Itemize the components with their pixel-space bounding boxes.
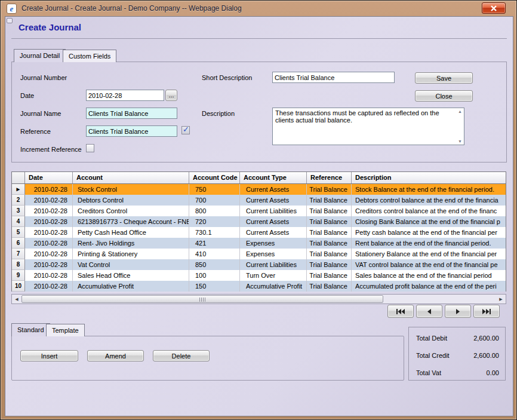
cell-account-type: Expenses (240, 249, 307, 259)
first-record-icon (396, 309, 405, 314)
header-account[interactable]: Account (73, 172, 189, 183)
increment-reference-checkbox[interactable] (86, 144, 94, 152)
scroll-right-icon[interactable]: ▶ (497, 296, 504, 302)
cell-account-type: Current Liabilities (240, 206, 307, 216)
description-textarea[interactable]: These transactions must be captured as r… (272, 108, 464, 145)
short-description-label: Short Description (202, 74, 252, 81)
reference-input[interactable] (86, 125, 177, 137)
tab-journal-detail[interactable]: Journal Detail (14, 49, 66, 62)
tab-standard[interactable]: Standard (11, 323, 50, 336)
cell-account-code: 750 (189, 184, 240, 195)
cell-date: 2010-02-28 (25, 259, 73, 270)
pager-first-button[interactable] (387, 305, 414, 318)
tab-template[interactable]: Template (46, 324, 85, 336)
previous-record-icon (427, 309, 432, 314)
close-window-button[interactable] (482, 2, 506, 14)
table-row[interactable]: ► 2010-02-28 Stock Control 750 Current A… (12, 184, 506, 195)
cell-reference: Trial Balance (307, 249, 352, 259)
cell-account: Printing & Stationery (73, 249, 189, 259)
date-label: Date (20, 92, 34, 99)
cell-date: 2010-02-28 (25, 238, 73, 249)
cell-account-code: 730.1 (189, 227, 240, 238)
cell-account: Petty Cash Head Office (73, 227, 189, 238)
scrollbar-thumb[interactable] (21, 295, 383, 303)
last-record-icon (482, 309, 491, 314)
save-button[interactable]: Save (415, 72, 473, 84)
total-debit-label: Total Debit (416, 335, 447, 342)
row-number: 9 (12, 270, 25, 281)
pager-last-button[interactable] (473, 305, 500, 318)
cell-description: Stationery Balance at the end of the fin… (352, 249, 502, 259)
row-number: 10 (12, 281, 25, 292)
cell-reference: Trial Balance (307, 206, 352, 216)
date-input[interactable] (86, 90, 164, 101)
reference-label: Reference (20, 128, 51, 135)
journal-name-input[interactable] (86, 108, 177, 119)
cell-account: Accumulative Profit (73, 281, 189, 292)
header-description[interactable]: Description (352, 172, 502, 183)
tab-custom-fields[interactable]: Custom Fields (63, 50, 116, 62)
table-horizontal-scrollbar[interactable]: ◀ ▶ (11, 294, 506, 304)
journal-number-label: Journal Number (20, 74, 67, 81)
short-description-input[interactable] (272, 72, 395, 83)
insert-button[interactable]: Insert (20, 350, 78, 361)
pager-next-button[interactable] (445, 305, 471, 318)
cell-account: Creditors Control (73, 206, 189, 216)
cell-date: 2010-02-28 (25, 270, 73, 281)
table-row[interactable]: 4 2010-02-28 62138916773 - Cheque Accoun… (12, 216, 506, 227)
cell-date: 2010-02-28 (25, 281, 73, 292)
cell-date: 2010-02-28 (25, 227, 73, 238)
cell-account-type: Expenses (240, 238, 307, 249)
next-record-icon (456, 309, 460, 314)
cell-description: Debtors control balance at the end of th… (352, 195, 502, 206)
table-row[interactable]: 6 2010-02-28 Rent- Jivo Holdings 421 Exp… (12, 238, 506, 249)
table-row[interactable]: 2 2010-02-28 Debtors Control 700 Current… (12, 195, 506, 206)
close-button[interactable]: Close (415, 90, 473, 102)
journal-lines-table: Date Account Account Code Account Type R… (11, 171, 506, 292)
cell-date: 2010-02-28 (25, 216, 73, 227)
scroll-left-icon[interactable]: ◀ (13, 296, 20, 302)
textarea-scrollbar[interactable]: ▲ ▼ (456, 109, 464, 143)
cell-account-code: 421 (189, 238, 240, 249)
header-account-type[interactable]: Account Type (240, 172, 307, 183)
cell-account-type: Accumulative Profit (240, 281, 307, 292)
close-icon (490, 5, 497, 11)
table-row[interactable]: 9 2010-02-28 Sales Head Office 100 Turn … (12, 270, 506, 281)
cell-description: Creditors control balance at the end of … (352, 206, 502, 216)
table-row[interactable]: 3 2010-02-28 Creditors Control 800 Curre… (12, 206, 506, 216)
pager-previous-button[interactable] (416, 305, 442, 318)
table-body: ► 2010-02-28 Stock Control 750 Current A… (12, 184, 506, 292)
table-row[interactable]: 10 2010-02-28 Accumulative Profit 150 Ac… (12, 281, 506, 292)
table-header-row: Date Account Account Code Account Type R… (12, 172, 506, 184)
amend-button[interactable]: Amend (87, 350, 144, 361)
table-row[interactable]: 5 2010-02-28 Petty Cash Head Office 730.… (12, 227, 506, 238)
cell-account: Stock Control (73, 184, 189, 195)
header-date[interactable]: Date (25, 172, 73, 183)
header-account-code[interactable]: Account Code (189, 172, 240, 183)
row-number: 8 (12, 259, 25, 270)
scroll-down-icon[interactable]: ▼ (458, 139, 462, 143)
cell-account-code: 150 (189, 281, 240, 292)
table-row[interactable]: 7 2010-02-28 Printing & Stationery 410 E… (12, 249, 506, 259)
date-browse-button[interactable]: ... (165, 90, 177, 101)
cell-account-type: Current Assets (240, 216, 307, 227)
delete-button[interactable]: Delete (153, 350, 210, 361)
row-number: 4 (12, 216, 25, 227)
cell-reference: Trial Balance (307, 259, 352, 270)
cell-description: Petty cash balance at the end of the fin… (352, 227, 502, 238)
total-credit-label: Total Credit (416, 352, 450, 359)
reference-lock-checkbox[interactable] (181, 126, 190, 134)
table-row[interactable]: 8 2010-02-28 Vat Control 850 Current Lia… (12, 259, 506, 270)
cell-description: Rent balance at the end of the financial… (352, 238, 502, 249)
header-reference[interactable]: Reference (307, 172, 352, 183)
row-number: 3 (12, 206, 25, 216)
scroll-up-icon[interactable]: ▲ (458, 109, 462, 114)
cell-description: Sales balance at the end of the financia… (352, 270, 502, 281)
row-number: 6 (12, 238, 25, 249)
cell-date: 2010-02-28 (25, 184, 73, 195)
title-bar: e Create Journal - Create Journal - Demo… (1, 1, 516, 16)
cell-date: 2010-02-28 (25, 206, 73, 216)
row-number: ► (12, 184, 25, 195)
header-rownum[interactable] (12, 172, 25, 183)
page-title: Create Journal (19, 22, 81, 32)
